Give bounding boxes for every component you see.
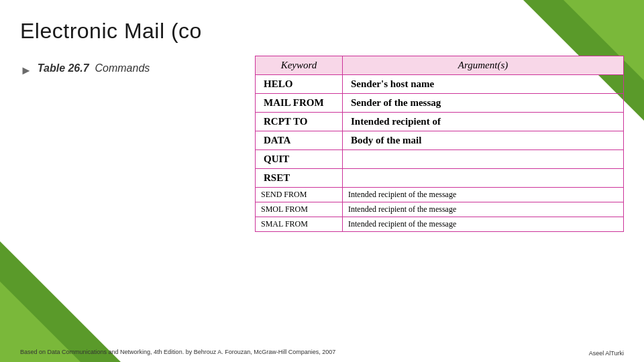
cell-argument: Sender's host name — [343, 75, 624, 94]
cell-keyword: RSET — [256, 169, 343, 188]
cell-keyword: DATA — [256, 131, 343, 150]
page-title: Electronic Mail (co — [20, 19, 624, 44]
cell-keyword: HELO — [256, 75, 343, 94]
table-row: DATABody of the mail — [256, 131, 624, 150]
cell-argument-sub: Intended recipient of the message — [343, 188, 624, 202]
smtp-table: Keyword Argument(s) HELOSender's host na… — [255, 56, 624, 232]
table-row: SMAL FROMIntended recipient of the messa… — [256, 217, 624, 232]
cell-keyword: MAIL FROM — [256, 94, 343, 113]
footer: Based on Data Communications and Network… — [20, 348, 624, 357]
footer-left-text: Based on Data Communications and Network… — [20, 348, 335, 357]
table-row: SEND FROMIntended recipient of the messa… — [256, 188, 624, 202]
table-row: HELOSender's host name — [256, 75, 624, 94]
cell-keyword: RCPT TO — [256, 113, 343, 131]
cell-keyword-sub: SEND FROM — [256, 188, 343, 202]
header-keyword: Keyword — [256, 56, 343, 75]
cell-argument — [343, 169, 624, 188]
header-argument: Argument(s) — [343, 56, 624, 75]
cell-keyword-sub: SMOL FROM — [256, 202, 343, 217]
cell-argument: Body of the mail — [343, 131, 624, 150]
cell-argument-sub: Intended recipient of the message — [343, 217, 624, 232]
table-body: HELOSender's host nameMAIL FROMSender of… — [256, 75, 624, 232]
table-row: QUIT — [256, 150, 624, 169]
cell-argument: Sender of the messag — [343, 94, 624, 113]
cell-argument — [343, 150, 624, 169]
table-row: RCPT TOIntended recipient of — [256, 113, 624, 131]
left-panel: ► Table 26.7 Commands — [20, 56, 235, 84]
bullet-item: ► Table 26.7 Commands — [20, 62, 235, 78]
cell-argument: Intended recipient of — [343, 113, 624, 131]
footer-right-text: Aseel AlTurki — [589, 350, 624, 357]
table-header-row: Keyword Argument(s) — [256, 56, 624, 75]
bullet-text: Table 26.7 Commands — [38, 62, 150, 74]
cell-argument-sub: Intended recipient of the message — [343, 202, 624, 217]
cell-keyword: QUIT — [256, 150, 343, 169]
main-layout: ► Table 26.7 Commands Keyword Argument(s… — [20, 56, 624, 232]
table-row: MAIL FROMSender of the messag — [256, 94, 624, 113]
table-row: SMOL FROMIntended recipient of the messa… — [256, 202, 624, 217]
bullet-arrow-icon: ► — [20, 64, 32, 78]
table-panel: Keyword Argument(s) HELOSender's host na… — [255, 56, 624, 232]
cell-keyword-sub: SMAL FROM — [256, 217, 343, 232]
table-row: RSET — [256, 169, 624, 188]
